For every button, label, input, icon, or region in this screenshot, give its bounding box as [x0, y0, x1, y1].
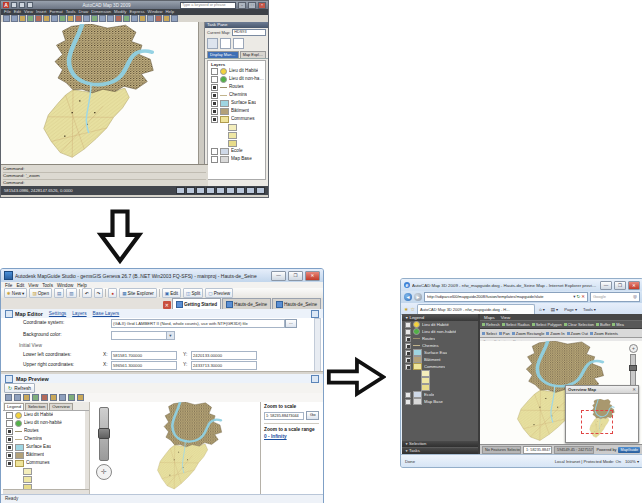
- layer-checkbox[interactable]: [6, 428, 13, 435]
- tool-icon[interactable]: [131, 15, 138, 22]
- layer-row[interactable]: Routes: [208, 83, 265, 91]
- background-color-dropdown[interactable]: [111, 331, 175, 340]
- browser-tab[interactable]: AutoCAD Map 3D 2009 - nfw_mapguide.dwg -…: [417, 304, 535, 314]
- pane-menu-icon[interactable]: [311, 375, 319, 383]
- task-pane-tab[interactable]: Display Manager: [207, 51, 239, 58]
- preview-map-canvas[interactable]: [115, 402, 257, 495]
- tool-icon[interactable]: [139, 15, 146, 22]
- layer-checkbox[interactable]: [405, 343, 411, 349]
- forward-button[interactable]: ►: [414, 293, 422, 301]
- undo-button[interactable]: ↶: [82, 288, 92, 298]
- layer-checkbox[interactable]: [6, 444, 13, 451]
- minimize-button[interactable]: —: [271, 271, 286, 281]
- layer-checkbox[interactable]: [6, 412, 13, 419]
- tool-icon[interactable]: [246, 187, 255, 194]
- toolbar-button[interactable]: Select: [482, 331, 497, 336]
- legend-tab[interactable]: Legend: [4, 403, 24, 410]
- layer-row[interactable]: [208, 139, 265, 147]
- base-layers-link[interactable]: Base Layers: [93, 311, 120, 316]
- tool-icon[interactable]: [50, 394, 57, 401]
- document-tab[interactable]: Hauts-de_Seine: [222, 298, 271, 309]
- tool-icon[interactable]: [19, 15, 26, 22]
- layer-row[interactable]: Chemins: [3, 435, 85, 443]
- toolbar-button[interactable]: Buffer: [596, 322, 610, 327]
- toolbar-button[interactable]: Zoom Extents: [590, 331, 618, 336]
- redo-button[interactable]: ↷: [94, 288, 104, 298]
- add-favorite-icon[interactable]: ☆: [410, 305, 414, 314]
- menu-item[interactable]: Window: [57, 283, 73, 288]
- tool-icon[interactable]: [226, 187, 235, 194]
- page-menu-button[interactable]: Page▾: [562, 305, 579, 314]
- tool-icon[interactable]: [75, 15, 82, 22]
- tools-menu-button[interactable]: Tools▾: [581, 305, 598, 314]
- document-tab[interactable]: Hauts-de_Seine: [272, 298, 321, 309]
- layer-checkbox[interactable]: [211, 116, 218, 123]
- table-button[interactable]: [220, 38, 231, 49]
- layer-checkbox[interactable]: [211, 84, 218, 91]
- layer-row[interactable]: Bâtiment: [208, 107, 265, 115]
- tool-icon[interactable]: [236, 187, 245, 194]
- scale-input[interactable]: 1: 58235.88473044: [264, 412, 304, 420]
- refresh-button[interactable]: ↻Refresh: [4, 383, 35, 393]
- tool-icon[interactable]: [83, 15, 90, 22]
- layer-row[interactable]: Chemins: [402, 342, 478, 349]
- qat-save-icon[interactable]: [11, 2, 17, 8]
- save-all-button[interactable]: ▥: [66, 288, 76, 298]
- menu-item[interactable]: View: [28, 283, 38, 288]
- task-pane-tab[interactable]: Map Explorer: [240, 51, 266, 58]
- layer-row[interactable]: Surface Eau: [402, 349, 478, 356]
- data-button[interactable]: [207, 38, 218, 49]
- layer-checkbox[interactable]: [6, 420, 13, 427]
- tool-icon[interactable]: [123, 15, 130, 22]
- pan-control[interactable]: ✛: [96, 464, 112, 480]
- edit-button[interactable]: ▣Edit: [162, 288, 181, 298]
- tool-icon[interactable]: [216, 187, 225, 194]
- tool-icon[interactable]: [77, 394, 84, 401]
- layer-checkbox[interactable]: [6, 436, 13, 443]
- search-field[interactable]: Google ◎: [590, 292, 640, 302]
- lower-left-y-input[interactable]: 2420133.00000: [191, 351, 257, 360]
- layer-row[interactable]: [3, 475, 85, 483]
- tool-icon[interactable]: [99, 15, 106, 22]
- back-button[interactable]: ◄: [404, 293, 412, 301]
- pane-menu-icon[interactable]: [311, 310, 319, 318]
- search-icon[interactable]: ◎: [633, 293, 637, 301]
- layer-checkbox[interactable]: [405, 399, 411, 405]
- home-button[interactable]: ⌂▾: [537, 305, 547, 314]
- layer-row[interactable]: Map Base: [402, 398, 478, 405]
- tool-icon[interactable]: [3, 15, 10, 22]
- validate-button[interactable]: ●: [108, 288, 117, 298]
- selection-panel-header[interactable]: Selection: [402, 441, 478, 447]
- layers-link[interactable]: Layers: [72, 311, 86, 316]
- tool-icon[interactable]: [35, 15, 42, 22]
- toolbar-button[interactable]: Mea: [612, 322, 624, 327]
- menu-item[interactable]: Tools: [42, 283, 53, 288]
- current-map-dropdown[interactable]: HDS93: [232, 29, 266, 36]
- layer-row[interactable]: Surface Eau: [208, 99, 265, 107]
- lower-left-x-input[interactable]: 581581.700000: [111, 351, 177, 360]
- layer-row[interactable]: Lieu dit Habité: [3, 411, 85, 419]
- layer-row[interactable]: Communes: [3, 459, 85, 467]
- tool-icon[interactable]: [115, 15, 122, 22]
- tool-icon[interactable]: [5, 394, 12, 401]
- layer-checkbox[interactable]: [211, 108, 218, 115]
- layer-row[interactable]: Chemins: [208, 91, 265, 99]
- viewer-map-canvas[interactable]: + Overview Map ✕: [480, 341, 642, 445]
- layer-checkbox[interactable]: [6, 452, 13, 459]
- menu-item[interactable]: File: [5, 283, 12, 288]
- layer-row[interactable]: Lieu dit Habité: [208, 67, 265, 75]
- drawing-canvas[interactable]: [1, 22, 198, 164]
- menu-item[interactable]: Maps: [484, 315, 495, 320]
- tool-icon[interactable]: [59, 15, 66, 22]
- layer-checkbox[interactable]: [211, 92, 218, 99]
- refresh-icon[interactable]: ↻: [576, 293, 580, 301]
- layer-checkbox[interactable]: [211, 100, 218, 107]
- layer-checkbox[interactable]: [405, 357, 411, 363]
- coordinate-system-input[interactable]: (GA-II) Grid LAMBERT II (Nord, whole cou…: [111, 319, 285, 328]
- layer-checkbox[interactable]: [211, 68, 218, 75]
- overview-close-icon[interactable]: ✕: [632, 386, 636, 393]
- layer-row[interactable]: Bâtiment: [402, 356, 478, 363]
- tool-icon[interactable]: [206, 187, 215, 194]
- style-button[interactable]: [233, 38, 244, 49]
- settings-link[interactable]: Settings: [49, 311, 66, 316]
